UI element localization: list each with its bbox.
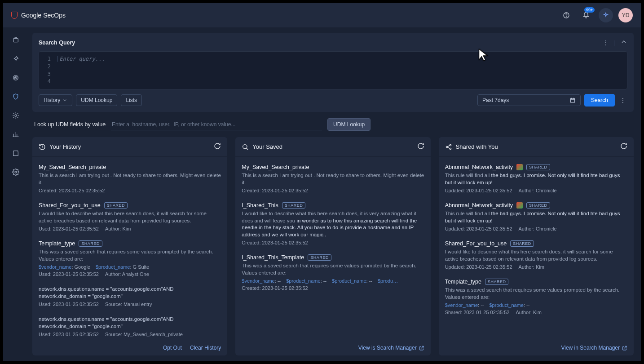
history-footer: Opt Out Clear History <box>32 340 227 355</box>
query-text: network.dns.questions.name = "accounts.g… <box>39 316 221 330</box>
shield-logo-icon <box>11 12 18 19</box>
clear-history-link[interactable]: Clear History <box>190 345 221 351</box>
refresh-history-icon[interactable] <box>214 142 221 151</box>
user-avatar[interactable]: YD <box>618 8 633 22</box>
udm-lookup-row: Look up UDM fields by value UDM Lookup <box>32 116 634 133</box>
nav-chart-icon[interactable] <box>11 130 20 139</box>
query-text: network.dns.questions.name = "accounts.g… <box>39 286 221 300</box>
list-item[interactable]: network.dns.questions.name = "accounts.g… <box>32 281 227 311</box>
item-params: $vendor_name: Google$product_name: G Sui… <box>39 264 221 270</box>
item-meta: Used: 2023-01-25 02:35:52Source: My_Save… <box>39 332 221 337</box>
udm-lookup-label: Look up UDM fields by value <box>34 121 106 128</box>
sparkle-icon[interactable] <box>599 8 613 22</box>
share-icon <box>445 143 452 151</box>
view-search-manager-shared[interactable]: View in Search Manager <box>561 345 627 351</box>
item-meta: Used: 2023-01-25 02:35:52Source: Manual … <box>39 302 221 307</box>
brand-b: SecOps <box>43 12 66 19</box>
shared-chip: Shared <box>79 240 102 247</box>
notification-badge: 99+ <box>584 7 595 13</box>
shared-footer: View in Search Manager <box>439 340 634 355</box>
item-title: I_Shared_This <box>242 202 278 209</box>
item-desc: This is a search I am trying out . Not r… <box>242 172 424 186</box>
refresh-shared-icon[interactable] <box>620 142 627 151</box>
svg-rect-8 <box>570 98 574 102</box>
history-icon <box>39 143 46 151</box>
item-desc: This was a saved search that requires so… <box>39 249 221 262</box>
search-icon <box>242 143 249 151</box>
list-item[interactable]: My_Saved_Search_privateThis is a search … <box>32 160 227 198</box>
item-meta: Shared: 2023-01-25 02:35:52Author: Kim <box>445 310 627 315</box>
nav-shield-icon[interactable] <box>11 92 20 101</box>
item-desc: I would like to describe what this here … <box>242 210 424 238</box>
top-right: 99+ YD <box>559 8 633 22</box>
calendar-icon <box>569 97 576 103</box>
history-button[interactable]: History <box>39 94 72 106</box>
notifications-icon[interactable]: 99+ <box>579 8 593 22</box>
shared-chip: Shared <box>104 202 128 209</box>
collapse-icon[interactable] <box>620 38 627 47</box>
item-params: $vendor_name: --$product_name: --$produc… <box>242 278 424 284</box>
kebab-icon[interactable]: ⋮ <box>603 40 608 46</box>
udm-lookup-button[interactable]: UDM Lookup <box>327 118 371 131</box>
item-title: Shared_For_you_to_use <box>445 240 507 247</box>
item-title: Abnormal_Network_activity <box>445 202 513 209</box>
item-meta: Created: 2023-01-25 02:35:52 <box>242 188 424 193</box>
item-meta: Created: 2023-01-25 02:35:52 <box>242 240 424 245</box>
item-desc: This is a search I am trying out . Not r… <box>39 172 221 186</box>
list-item[interactable]: I_Shared_ThisSharedI would like to descr… <box>235 198 430 250</box>
item-params: $vendor_name: --$product_name: -- <box>445 302 627 308</box>
date-range-input[interactable]: Past 7days <box>477 94 581 106</box>
item-title: Template_type <box>39 240 75 247</box>
nav-pin-icon[interactable] <box>11 54 20 63</box>
udm-lookup-tb-button[interactable]: UDM Lookup <box>76 94 117 106</box>
item-title: My_Saved_Search_private <box>39 164 106 170</box>
list-item[interactable]: Abnormal_Network_activitySharedThis rule… <box>439 198 634 236</box>
shared-chip: Shared <box>510 240 534 247</box>
help-icon[interactable] <box>559 8 573 22</box>
opt-out-link[interactable]: Opt Out <box>163 345 182 351</box>
shared-with-you-panel: Shared with You Abnormal_Network_activit… <box>439 137 634 355</box>
item-desc: This rule will find all the bad guys. I … <box>445 172 627 186</box>
nav-store-icon[interactable] <box>11 149 20 158</box>
saved-footer: View is Search Manager <box>235 340 430 355</box>
item-meta: Used: 2023-01-25 02:35:52Author: Analyst… <box>39 271 221 277</box>
your-history-panel: Your History My_Saved_Search_privateThis… <box>32 137 227 355</box>
shared-chip: Shared <box>526 164 550 170</box>
shared-title: Shared with You <box>456 143 498 150</box>
search-button[interactable]: Search <box>584 94 615 107</box>
list-item[interactable]: Template_typeSharedThis was a saved sear… <box>439 274 634 320</box>
history-title: Your History <box>49 143 81 150</box>
list-item[interactable]: My_Saved_Search_privateThis is a search … <box>235 160 430 198</box>
list-item[interactable]: Abnormal_Network_activitySharedThis rule… <box>439 160 634 198</box>
search-query-panel: Search Query ⋮ | 1|Enter query... 2 3 4 … <box>32 33 634 112</box>
nav-settings-icon[interactable] <box>11 168 20 177</box>
list-item[interactable]: network.dns.questions.name = "accounts.g… <box>32 311 227 340</box>
item-desc: I would like to describe what this here … <box>445 249 627 262</box>
item-meta: Created: 2023-01-25 02:35:52 <box>39 188 221 193</box>
lists-button[interactable]: Lists <box>121 94 142 106</box>
nav-target-icon[interactable] <box>11 73 20 82</box>
udm-lookup-input[interactable] <box>111 119 322 130</box>
list-item[interactable]: Shared_For_you_to_useSharedI would like … <box>439 236 634 274</box>
list-item[interactable]: Template_typeSharedThis was a saved sear… <box>32 236 227 281</box>
toolbar-kebab-icon[interactable]: ⋮ <box>618 95 627 105</box>
item-meta: Updated: 2023-01-25 02:35:52Author: Kim <box>445 264 627 270</box>
your-saved-panel: Your Saved My_Saved_Search_privateThis i… <box>235 137 430 355</box>
item-title: My_Saved_Search_private <box>242 164 309 170</box>
nav-briefcase-icon[interactable] <box>11 36 20 44</box>
view-search-manager-saved[interactable]: View is Search Manager <box>358 345 424 351</box>
list-item[interactable]: I_Shared_This_TemplateSharedThis was a s… <box>235 250 430 295</box>
refresh-saved-icon[interactable] <box>417 142 424 151</box>
svg-point-7 <box>15 171 17 173</box>
item-desc: This rule will find all the bad guys. I … <box>445 210 627 224</box>
shared-chip: Shared <box>282 202 306 209</box>
list-item[interactable]: Shared_For_you_to_useSharedI would like … <box>32 198 227 236</box>
svg-point-9 <box>243 144 247 148</box>
nav-gear-icon[interactable] <box>11 111 20 120</box>
gemini-badge-icon <box>516 164 523 170</box>
item-meta: Created: 2023-01-25 02:35:52 <box>242 285 424 291</box>
top-bar: Google SecOps 99+ YD <box>3 3 641 27</box>
item-title: Template_type <box>445 279 481 285</box>
shared-chip: Shared <box>308 254 331 261</box>
query-editor[interactable]: 1|Enter query... 2 3 4 <box>39 51 627 89</box>
